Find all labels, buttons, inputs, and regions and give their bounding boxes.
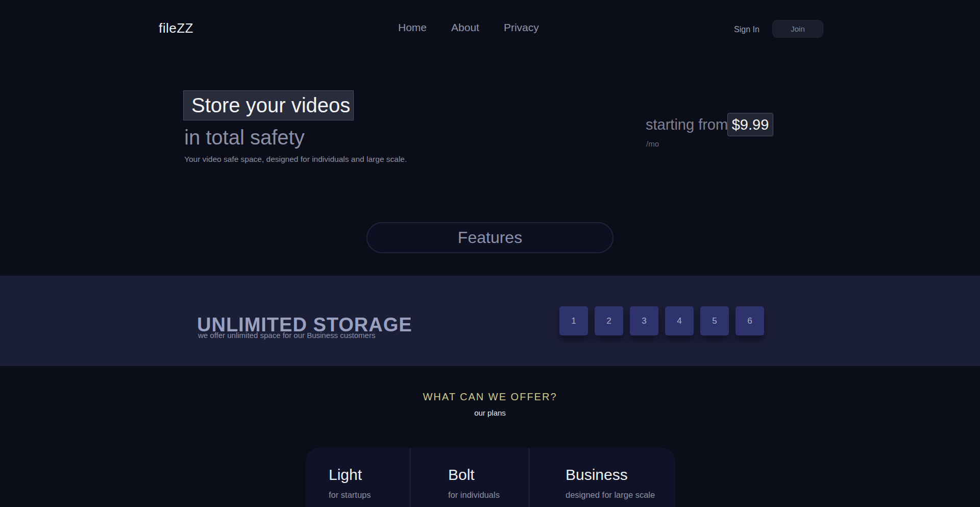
page-square-5[interactable]: 5 bbox=[700, 306, 729, 335]
offer-heading: WHAT CAN WE OFFER? bbox=[0, 391, 980, 403]
storage-banner-subtitle: we offer unlimited space for our Busines… bbox=[198, 331, 375, 340]
plan-description: for startups bbox=[329, 490, 410, 500]
main-nav: Home About Privacy bbox=[398, 21, 539, 34]
plan-name: Business bbox=[566, 466, 675, 484]
nav-link-about[interactable]: About bbox=[451, 21, 479, 34]
hero-subtitle: Your video safe space, designed for indi… bbox=[184, 155, 407, 164]
storage-banner: UNLIMITED STORAGE we offer unlimited spa… bbox=[0, 276, 980, 366]
plan-light[interactable]: Light for startups bbox=[306, 448, 410, 507]
plan-bolt[interactable]: Bolt for individuals bbox=[410, 448, 529, 507]
nav-link-privacy[interactable]: Privacy bbox=[504, 21, 539, 34]
site-logo: fileZZ bbox=[159, 20, 193, 36]
nav-link-home[interactable]: Home bbox=[398, 21, 427, 34]
hero-title-line2: in total safety bbox=[184, 126, 305, 149]
offer-subheading: our plans bbox=[0, 408, 980, 417]
price-value: $9.99 bbox=[727, 113, 773, 136]
page-square-6[interactable]: 6 bbox=[736, 306, 764, 335]
price-period: /mo bbox=[646, 139, 659, 148]
plan-name: Light bbox=[329, 466, 410, 484]
plan-name: Bolt bbox=[448, 466, 529, 484]
plan-description: for individuals bbox=[448, 490, 529, 500]
page-square-2[interactable]: 2 bbox=[595, 306, 623, 335]
page-square-4[interactable]: 4 bbox=[665, 306, 694, 335]
plan-description: designed for large scale bbox=[566, 490, 675, 500]
plans-card: Light for startups Bolt for individuals … bbox=[306, 448, 675, 507]
features-button[interactable]: Features bbox=[366, 222, 614, 253]
page-square-1[interactable]: 1 bbox=[559, 306, 588, 335]
page-square-3[interactable]: 3 bbox=[630, 306, 658, 335]
plan-business[interactable]: Business designed for large scale bbox=[529, 448, 675, 507]
sign-in-link[interactable]: Sign In bbox=[734, 25, 760, 34]
join-button[interactable]: Join bbox=[772, 20, 823, 38]
hero-title-highlight: Store your videos bbox=[183, 90, 354, 120]
pricing-prefix: starting from bbox=[646, 116, 728, 133]
pagination-squares: 1 2 3 4 5 6 bbox=[559, 306, 764, 335]
